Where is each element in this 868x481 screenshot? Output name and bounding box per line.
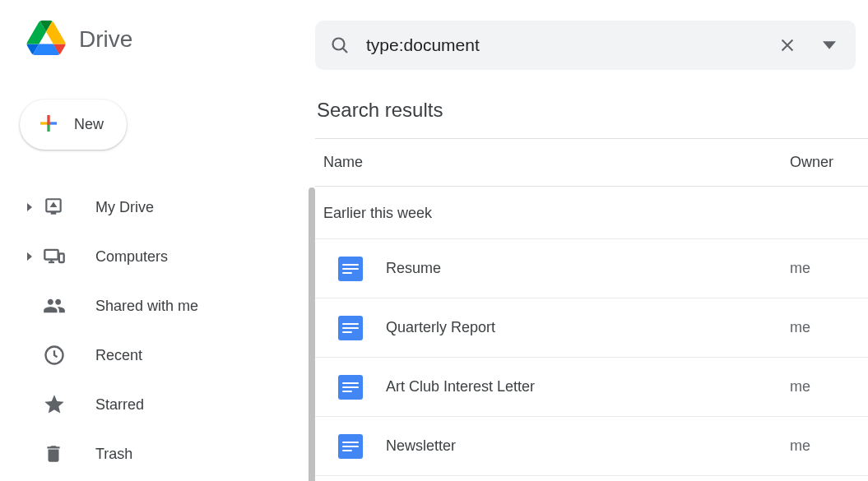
search-options-dropdown-icon[interactable]: [818, 34, 841, 57]
main-area: Search results Name Owner Earlier this w…: [309, 0, 868, 481]
docs-icon: [338, 257, 363, 281]
brand-name: Drive: [79, 26, 132, 53]
drive-logo-icon: [26, 21, 66, 58]
group-header: Earlier this week: [315, 187, 868, 239]
search-icon[interactable]: [330, 35, 350, 55]
svg-rect-0: [44, 250, 58, 260]
sidebar-item-shared-with-me[interactable]: Shared with me: [16, 281, 309, 331]
nav-list: My Drive Computers Shared with me: [16, 183, 309, 479]
column-name-header[interactable]: Name: [323, 154, 790, 171]
sidebar-item-recent[interactable]: Recent: [16, 331, 309, 380]
sidebar-item-label: Recent: [95, 347, 142, 364]
columns-header: Name Owner: [315, 139, 868, 187]
sidebar-item-label: My Drive: [95, 199, 154, 216]
docs-icon: [338, 434, 363, 459]
sidebar: Drive New My Drive: [0, 0, 309, 481]
clear-search-icon[interactable]: [773, 31, 801, 59]
computers-icon: [43, 245, 76, 268]
file-owner: me: [790, 319, 868, 336]
plus-icon: [36, 111, 61, 138]
page-title: Search results: [315, 70, 868, 139]
sidebar-item-computers[interactable]: Computers: [16, 232, 309, 281]
file-row[interactable]: Quarterly Report me: [315, 298, 868, 358]
scrollbar[interactable]: [309, 187, 315, 481]
sidebar-item-label: Trash: [95, 446, 132, 463]
sidebar-item-my-drive[interactable]: My Drive: [16, 183, 309, 232]
file-row[interactable]: Newsletter me: [315, 417, 868, 476]
sidebar-item-label: Starred: [95, 396, 144, 414]
sidebar-item-starred[interactable]: Starred: [16, 380, 309, 429]
brand-logo-area[interactable]: Drive: [16, 21, 309, 58]
file-owner: me: [790, 378, 868, 395]
sidebar-item-label: Computers: [95, 248, 168, 266]
search-input[interactable]: [366, 35, 757, 55]
expand-caret-icon[interactable]: [16, 203, 43, 211]
file-owner: me: [790, 260, 868, 277]
file-owner: me: [790, 437, 868, 455]
file-name: Resume: [386, 260, 790, 277]
file-row[interactable]: Resume me: [315, 239, 868, 298]
sidebar-item-trash[interactable]: Trash: [16, 429, 309, 479]
svg-rect-1: [59, 254, 64, 263]
column-owner-header[interactable]: Owner: [790, 154, 868, 171]
search-bar: [315, 21, 856, 70]
svg-point-3: [333, 39, 345, 50]
my-drive-icon: [43, 197, 76, 218]
file-row[interactable]: Art Club Interest Letter me: [315, 358, 868, 417]
new-button-label: New: [74, 116, 104, 133]
file-name: Art Club Interest Letter: [386, 378, 790, 395]
docs-icon: [338, 375, 363, 400]
sidebar-item-label: Shared with me: [95, 298, 198, 315]
expand-caret-icon[interactable]: [16, 252, 43, 261]
shared-icon: [43, 294, 76, 317]
docs-icon: [338, 316, 363, 340]
starred-icon: [43, 393, 76, 416]
recent-icon: [43, 344, 76, 367]
file-name: Quarterly Report: [386, 319, 790, 336]
new-button[interactable]: New: [20, 99, 127, 150]
trash-icon: [43, 443, 76, 465]
file-name: Newsletter: [386, 437, 790, 455]
